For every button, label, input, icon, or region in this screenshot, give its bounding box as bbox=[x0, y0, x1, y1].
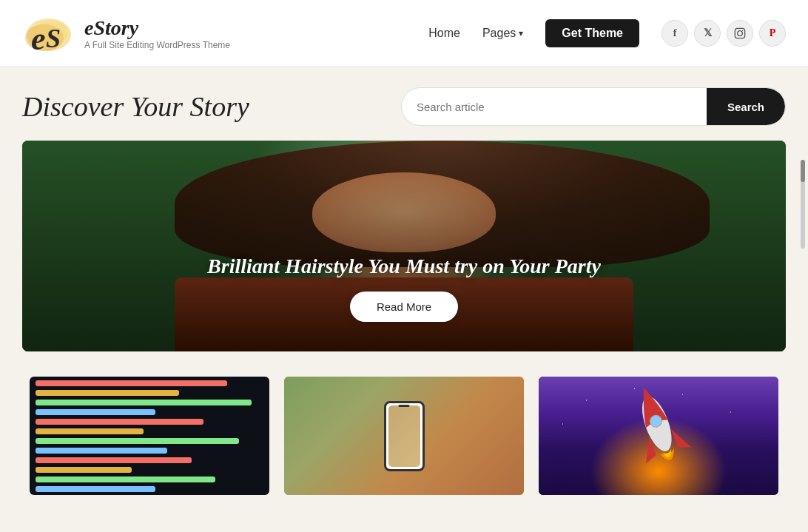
logo-area: e S eStory A Full Site Editing WordPress… bbox=[22, 7, 230, 60]
card-rocket bbox=[531, 377, 786, 495]
rocket-image bbox=[539, 377, 778, 495]
instagram-icon[interactable] bbox=[727, 20, 753, 47]
hero-section: Discover Your Story Search Brilliant Hai… bbox=[0, 67, 808, 366]
featured-title: Brilliant Hairstyle You Must try on Your… bbox=[207, 255, 601, 278]
logo-title: eStory bbox=[84, 16, 230, 40]
nav-pages[interactable]: Pages ▾ bbox=[482, 27, 523, 40]
scroll-indicator[interactable] bbox=[801, 160, 805, 249]
svg-text:S: S bbox=[46, 24, 61, 53]
phone-image bbox=[284, 377, 524, 495]
svg-text:e: e bbox=[31, 21, 46, 57]
facebook-icon[interactable]: f bbox=[661, 20, 688, 47]
featured-image: Brilliant Hairstyle You Must try on Your… bbox=[22, 141, 786, 351]
hero-top: Discover Your Story Search bbox=[22, 87, 786, 126]
site-header: e S eStory A Full Site Editing WordPress… bbox=[0, 0, 808, 67]
read-more-button[interactable]: Read More bbox=[350, 292, 458, 322]
logo-icon[interactable]: e S bbox=[22, 7, 75, 60]
logo-text: eStory A Full Site Editing WordPress The… bbox=[84, 16, 230, 50]
cards-section bbox=[0, 366, 808, 495]
svg-rect-5 bbox=[735, 28, 744, 38]
card-code bbox=[22, 377, 277, 495]
scroll-thumb[interactable] bbox=[801, 160, 805, 182]
search-bar: Search bbox=[401, 87, 786, 126]
search-input[interactable] bbox=[402, 101, 707, 113]
pinterest-icon[interactable]: P bbox=[759, 20, 786, 47]
discover-title: Discover Your Story bbox=[22, 90, 249, 123]
phone-device bbox=[384, 401, 425, 471]
nav-home[interactable]: Home bbox=[428, 27, 460, 40]
code-image bbox=[30, 377, 269, 495]
card-phone bbox=[277, 377, 531, 495]
twitter-icon[interactable]: 𝕏 bbox=[694, 20, 721, 47]
svg-point-6 bbox=[738, 30, 743, 36]
featured-overlay: Brilliant Hairstyle You Must try on Your… bbox=[22, 141, 786, 351]
search-button[interactable]: Search bbox=[707, 88, 785, 125]
logo-subtitle: A Full Site Editing WordPress Theme bbox=[84, 40, 230, 50]
main-nav: Home Pages ▾ Get Theme f 𝕏 P bbox=[428, 19, 786, 47]
social-icons: f 𝕏 P bbox=[661, 20, 786, 47]
svg-point-7 bbox=[742, 30, 743, 30]
chevron-down-icon: ▾ bbox=[519, 28, 523, 38]
get-theme-button[interactable]: Get Theme bbox=[545, 19, 639, 47]
